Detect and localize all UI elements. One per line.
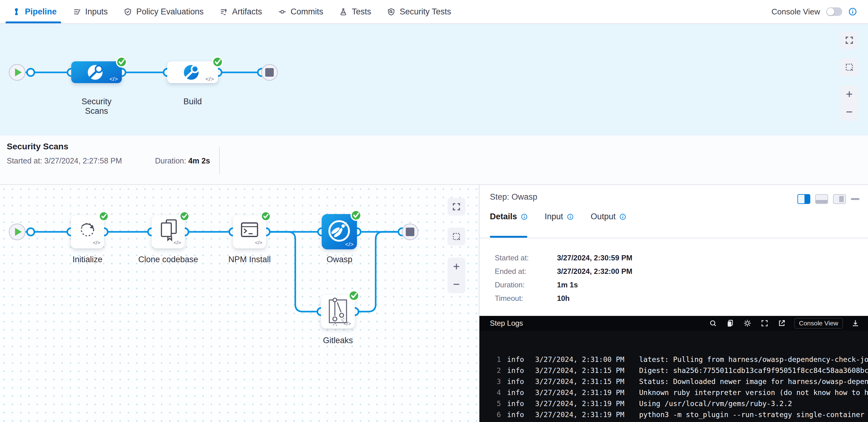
detail-value: 3/27/2024, 2:32:00 PM xyxy=(557,267,632,275)
log-line: 4info3/27/2024, 2:31:19 PMUnknown ruby i… xyxy=(490,387,868,398)
step-fullscreen-button[interactable] xyxy=(447,198,465,216)
step-label-gitleaks: Gitleaks xyxy=(307,336,369,345)
panel-tabs: Details Input Output xyxy=(490,212,626,221)
log-line: 5info3/27/2024, 2:31:19 PMUsing /usr/loc… xyxy=(490,398,868,409)
stage-start-node xyxy=(9,64,25,80)
pipeline-icon xyxy=(12,8,21,16)
nav-tabs: Pipeline Inputs Policy Evaluations Artif… xyxy=(12,0,451,23)
step-graph-canvas[interactable]: </> </> xyxy=(0,185,479,422)
log-line-number: 3 xyxy=(490,376,501,387)
step-zoom-controls xyxy=(447,258,465,293)
divider xyxy=(219,147,220,174)
step-details-panel: Step: Owasp Details Input Output xyxy=(479,185,868,422)
stage-info-bar: Security Scans Started at: 3/27/2024, 2:… xyxy=(0,135,868,185)
step-start-node xyxy=(9,224,25,240)
tab-inputs[interactable]: Inputs xyxy=(73,0,108,23)
log-message: Using /usr/local/rvm/gems/ruby-3.2.2 xyxy=(639,400,792,408)
tab-label: Output xyxy=(591,212,616,221)
stop-icon xyxy=(265,68,274,77)
log-level: info xyxy=(507,355,524,363)
log-level: info xyxy=(507,400,524,408)
success-badge xyxy=(349,291,359,300)
zoom-in-icon[interactable] xyxy=(845,90,854,98)
layout-floating-panel-button[interactable] xyxy=(833,194,846,204)
zoom-in-icon[interactable] xyxy=(452,262,461,271)
console-view-button[interactable]: Console View xyxy=(794,318,843,328)
log-line: 6info3/27/2024, 2:31:19 PMpython3 -m sto… xyxy=(490,409,868,420)
zoom-out-icon[interactable] xyxy=(452,280,461,289)
stage-select-button[interactable] xyxy=(840,58,858,76)
step-node-initialize[interactable]: </> xyxy=(71,212,108,249)
info-icon xyxy=(619,214,626,220)
tab-commits[interactable]: Commits xyxy=(278,0,323,23)
step-label-initialize: Initialize xyxy=(57,255,118,264)
tab-label: Commits xyxy=(291,7,323,17)
step-node-npm-install[interactable]: </> xyxy=(233,212,270,249)
tab-policy-evaluations[interactable]: Policy Evaluations xyxy=(124,0,204,23)
stage-label-build: Build xyxy=(167,97,218,106)
log-fullscreen-button[interactable] xyxy=(760,319,769,328)
step-select-button[interactable] xyxy=(447,228,465,245)
log-download-button[interactable] xyxy=(851,319,860,328)
code-icon: </> xyxy=(343,321,351,327)
tab-label: Pipeline xyxy=(25,7,57,17)
code-icon: </> xyxy=(174,240,181,246)
code-icon: </> xyxy=(255,240,262,246)
log-level: info xyxy=(507,366,524,375)
info-icon[interactable] xyxy=(848,7,857,16)
log-settings-button[interactable] xyxy=(743,319,752,328)
tab-artifacts[interactable]: Artifacts xyxy=(219,0,262,23)
step-node-clone-codebase[interactable]: </> xyxy=(152,212,189,249)
tab-label: Details xyxy=(490,212,517,221)
tab-pipeline[interactable]: Pipeline xyxy=(12,0,57,23)
fullscreen-icon xyxy=(761,319,769,327)
layout-right-panel-button[interactable] xyxy=(797,194,810,204)
code-icon: </> xyxy=(345,241,353,248)
stage-node-security-scans[interactable]: </> xyxy=(71,57,126,83)
detail-label: Duration: xyxy=(495,281,555,289)
log-timestamp: 3/27/2024, 2:31:19 PM xyxy=(535,389,624,396)
duration-value: 4m 2s xyxy=(188,156,210,165)
log-message: Unknown ruby interpreter version (do not… xyxy=(639,389,868,396)
layout-fill xyxy=(804,195,810,203)
step-node-owasp[interactable]: </> xyxy=(322,210,361,249)
log-level: info xyxy=(507,378,524,386)
log-line: 1info3/27/2024, 2:31:00 PMlatest: Pullin… xyxy=(490,354,868,365)
toggle-knob xyxy=(827,8,834,15)
success-badge xyxy=(213,57,222,67)
nav-right-controls: Console View xyxy=(771,7,857,17)
tab-security-tests[interactable]: Security Tests xyxy=(387,0,451,23)
stage-zoom-controls xyxy=(840,85,858,121)
stage-graph: </> </> xyxy=(0,24,868,135)
stage-started-at: Started at: 3/27/2024, 2:27:58 PM xyxy=(7,156,122,165)
panel-layout-controls xyxy=(797,194,859,204)
step-node-gitleaks[interactable]: </> xyxy=(321,291,359,328)
log-copy-button[interactable] xyxy=(725,319,735,328)
layout-bottom-panel-button[interactable] xyxy=(815,194,828,204)
tab-input[interactable]: Input xyxy=(545,212,574,221)
stage-node-build[interactable]: </> xyxy=(167,57,222,83)
stage-fullscreen-button[interactable] xyxy=(840,31,858,49)
log-line-number: 5 xyxy=(490,398,501,409)
stage-graph-canvas[interactable]: </> </> xyxy=(0,24,868,135)
fullscreen-icon xyxy=(845,36,854,45)
tab-details[interactable]: Details xyxy=(490,212,528,221)
step-label-clone-codebase: Clone codebase xyxy=(137,255,199,264)
step-logs-header: Step Logs xyxy=(479,316,868,331)
log-open-new-tab-button[interactable] xyxy=(777,319,786,328)
console-view-toggle[interactable] xyxy=(826,7,842,16)
zoom-out-icon[interactable] xyxy=(845,108,854,116)
layout-fill xyxy=(839,196,844,202)
security-scan-icon xyxy=(88,65,102,80)
log-search-button[interactable] xyxy=(708,319,718,328)
log-line-number: 6 xyxy=(490,409,501,420)
minimize-panel-button[interactable] xyxy=(851,198,859,200)
tab-tests[interactable]: Tests xyxy=(339,0,371,23)
log-output[interactable]: 1info3/27/2024, 2:31:00 PMlatest: Pullin… xyxy=(479,331,868,422)
detail-row-ended-at: Ended at: 3/27/2024, 2:32:00 PM xyxy=(495,267,632,276)
success-badge xyxy=(117,57,126,67)
log-message: python3 -m sto_plugin --run-strategy sin… xyxy=(639,411,864,419)
log-level: info xyxy=(507,389,524,396)
tab-output[interactable]: Output xyxy=(591,212,626,221)
log-line-number: 1 xyxy=(490,354,501,365)
